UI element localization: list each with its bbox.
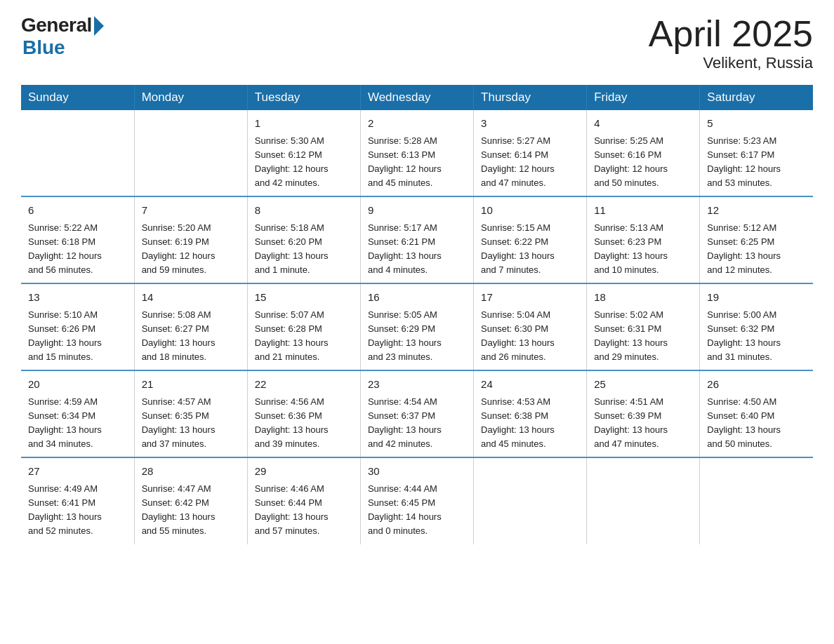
day-number: 11 xyxy=(594,203,692,219)
day-info: Sunrise: 5:00 AM Sunset: 6:32 PM Dayligh… xyxy=(707,308,806,365)
calendar-header-row: SundayMondayTuesdayWednesdayThursdayFrid… xyxy=(21,85,813,110)
calendar-cell: 20Sunrise: 4:59 AM Sunset: 6:34 PM Dayli… xyxy=(21,370,134,457)
weekday-header-monday: Monday xyxy=(134,85,247,110)
calendar-cell: 18Sunrise: 5:02 AM Sunset: 6:31 PM Dayli… xyxy=(587,283,700,370)
calendar-cell: 8Sunrise: 5:18 AM Sunset: 6:20 PM Daylig… xyxy=(247,196,360,283)
month-title: April 2025 xyxy=(649,14,813,54)
day-info: Sunrise: 5:25 AM Sunset: 6:16 PM Dayligh… xyxy=(594,134,692,191)
calendar-cell: 11Sunrise: 5:13 AM Sunset: 6:23 PM Dayli… xyxy=(587,196,700,283)
weekday-header-thursday: Thursday xyxy=(474,85,587,110)
day-info: Sunrise: 5:12 AM Sunset: 6:25 PM Dayligh… xyxy=(707,221,806,278)
weekday-header-friday: Friday xyxy=(587,85,700,110)
calendar-cell: 17Sunrise: 5:04 AM Sunset: 6:30 PM Dayli… xyxy=(474,283,587,370)
day-number: 6 xyxy=(28,203,127,219)
day-info: Sunrise: 5:10 AM Sunset: 6:26 PM Dayligh… xyxy=(28,308,127,365)
day-number: 3 xyxy=(481,116,579,132)
day-number: 28 xyxy=(142,464,240,480)
day-info: Sunrise: 5:02 AM Sunset: 6:31 PM Dayligh… xyxy=(594,308,692,365)
day-number: 27 xyxy=(28,464,127,480)
day-number: 2 xyxy=(368,116,466,132)
day-info: Sunrise: 5:18 AM Sunset: 6:20 PM Dayligh… xyxy=(255,221,353,278)
calendar-week-row: 20Sunrise: 4:59 AM Sunset: 6:34 PM Dayli… xyxy=(21,370,813,457)
calendar-cell: 29Sunrise: 4:46 AM Sunset: 6:44 PM Dayli… xyxy=(247,457,360,544)
calendar-week-row: 27Sunrise: 4:49 AM Sunset: 6:41 PM Dayli… xyxy=(21,457,813,544)
calendar-week-row: 1Sunrise: 5:30 AM Sunset: 6:12 PM Daylig… xyxy=(21,110,813,196)
calendar-cell: 2Sunrise: 5:28 AM Sunset: 6:13 PM Daylig… xyxy=(360,110,473,196)
calendar-cell: 28Sunrise: 4:47 AM Sunset: 6:42 PM Dayli… xyxy=(134,457,247,544)
page-header: General Blue April 2025 Velikent, Russia xyxy=(21,14,813,72)
day-number: 23 xyxy=(368,377,466,393)
day-info: Sunrise: 4:56 AM Sunset: 6:36 PM Dayligh… xyxy=(255,395,353,452)
day-info: Sunrise: 4:59 AM Sunset: 6:34 PM Dayligh… xyxy=(28,395,127,452)
calendar-cell: 9Sunrise: 5:17 AM Sunset: 6:21 PM Daylig… xyxy=(360,196,473,283)
day-number: 24 xyxy=(481,377,579,393)
day-number: 30 xyxy=(368,464,466,480)
calendar-cell: 1Sunrise: 5:30 AM Sunset: 6:12 PM Daylig… xyxy=(247,110,360,196)
calendar-cell: 15Sunrise: 5:07 AM Sunset: 6:28 PM Dayli… xyxy=(247,283,360,370)
logo: General Blue xyxy=(21,14,104,59)
day-number: 22 xyxy=(255,377,353,393)
weekday-header-saturday: Saturday xyxy=(700,85,813,110)
calendar-cell: 12Sunrise: 5:12 AM Sunset: 6:25 PM Dayli… xyxy=(700,196,813,283)
calendar-cell: 21Sunrise: 4:57 AM Sunset: 6:35 PM Dayli… xyxy=(134,370,247,457)
day-number: 29 xyxy=(255,464,353,480)
day-number: 10 xyxy=(481,203,579,219)
day-info: Sunrise: 4:44 AM Sunset: 6:45 PM Dayligh… xyxy=(368,482,466,539)
calendar-cell: 14Sunrise: 5:08 AM Sunset: 6:27 PM Dayli… xyxy=(134,283,247,370)
day-number: 25 xyxy=(594,377,692,393)
calendar-cell: 26Sunrise: 4:50 AM Sunset: 6:40 PM Dayli… xyxy=(700,370,813,457)
day-number: 1 xyxy=(255,116,353,132)
day-info: Sunrise: 5:13 AM Sunset: 6:23 PM Dayligh… xyxy=(594,221,692,278)
calendar-week-row: 6Sunrise: 5:22 AM Sunset: 6:18 PM Daylig… xyxy=(21,196,813,283)
day-number: 16 xyxy=(368,290,466,306)
day-info: Sunrise: 5:08 AM Sunset: 6:27 PM Dayligh… xyxy=(142,308,240,365)
weekday-header-sunday: Sunday xyxy=(21,85,134,110)
calendar-cell: 5Sunrise: 5:23 AM Sunset: 6:17 PM Daylig… xyxy=(700,110,813,196)
calendar-cell xyxy=(587,457,700,544)
day-info: Sunrise: 4:53 AM Sunset: 6:38 PM Dayligh… xyxy=(481,395,579,452)
day-number: 7 xyxy=(142,203,240,219)
calendar-cell: 23Sunrise: 4:54 AM Sunset: 6:37 PM Dayli… xyxy=(360,370,473,457)
day-info: Sunrise: 4:49 AM Sunset: 6:41 PM Dayligh… xyxy=(28,482,127,539)
day-info: Sunrise: 4:51 AM Sunset: 6:39 PM Dayligh… xyxy=(594,395,692,452)
day-info: Sunrise: 5:22 AM Sunset: 6:18 PM Dayligh… xyxy=(28,221,127,278)
title-block: April 2025 Velikent, Russia xyxy=(649,14,813,72)
day-number: 21 xyxy=(142,377,240,393)
weekday-header-wednesday: Wednesday xyxy=(360,85,473,110)
day-number: 14 xyxy=(142,290,240,306)
calendar-cell: 22Sunrise: 4:56 AM Sunset: 6:36 PM Dayli… xyxy=(247,370,360,457)
day-info: Sunrise: 4:50 AM Sunset: 6:40 PM Dayligh… xyxy=(707,395,806,452)
day-number: 18 xyxy=(594,290,692,306)
location-title: Velikent, Russia xyxy=(649,54,813,72)
day-info: Sunrise: 4:57 AM Sunset: 6:35 PM Dayligh… xyxy=(142,395,240,452)
day-number: 12 xyxy=(707,203,806,219)
calendar-cell xyxy=(134,110,247,196)
day-info: Sunrise: 4:46 AM Sunset: 6:44 PM Dayligh… xyxy=(255,482,353,539)
day-info: Sunrise: 5:20 AM Sunset: 6:19 PM Dayligh… xyxy=(142,221,240,278)
calendar-cell: 7Sunrise: 5:20 AM Sunset: 6:19 PM Daylig… xyxy=(134,196,247,283)
calendar-cell xyxy=(474,457,587,544)
weekday-header-tuesday: Tuesday xyxy=(247,85,360,110)
calendar-cell: 10Sunrise: 5:15 AM Sunset: 6:22 PM Dayli… xyxy=(474,196,587,283)
day-number: 26 xyxy=(707,377,806,393)
day-number: 4 xyxy=(594,116,692,132)
calendar-cell: 30Sunrise: 4:44 AM Sunset: 6:45 PM Dayli… xyxy=(360,457,473,544)
day-number: 17 xyxy=(481,290,579,306)
calendar-cell: 3Sunrise: 5:27 AM Sunset: 6:14 PM Daylig… xyxy=(474,110,587,196)
day-info: Sunrise: 5:04 AM Sunset: 6:30 PM Dayligh… xyxy=(481,308,579,365)
calendar-cell: 24Sunrise: 4:53 AM Sunset: 6:38 PM Dayli… xyxy=(474,370,587,457)
calendar-cell: 13Sunrise: 5:10 AM Sunset: 6:26 PM Dayli… xyxy=(21,283,134,370)
day-info: Sunrise: 5:15 AM Sunset: 6:22 PM Dayligh… xyxy=(481,221,579,278)
logo-general-text: General xyxy=(21,14,92,36)
day-info: Sunrise: 5:07 AM Sunset: 6:28 PM Dayligh… xyxy=(255,308,353,365)
calendar-cell: 19Sunrise: 5:00 AM Sunset: 6:32 PM Dayli… xyxy=(700,283,813,370)
day-info: Sunrise: 5:23 AM Sunset: 6:17 PM Dayligh… xyxy=(707,134,806,191)
day-number: 15 xyxy=(255,290,353,306)
calendar-cell: 25Sunrise: 4:51 AM Sunset: 6:39 PM Dayli… xyxy=(587,370,700,457)
logo-arrow-icon xyxy=(94,16,104,36)
calendar-table: SundayMondayTuesdayWednesdayThursdayFrid… xyxy=(21,85,813,544)
day-info: Sunrise: 5:05 AM Sunset: 6:29 PM Dayligh… xyxy=(368,308,466,365)
calendar-cell xyxy=(700,457,813,544)
day-info: Sunrise: 5:17 AM Sunset: 6:21 PM Dayligh… xyxy=(368,221,466,278)
calendar-cell: 16Sunrise: 5:05 AM Sunset: 6:29 PM Dayli… xyxy=(360,283,473,370)
